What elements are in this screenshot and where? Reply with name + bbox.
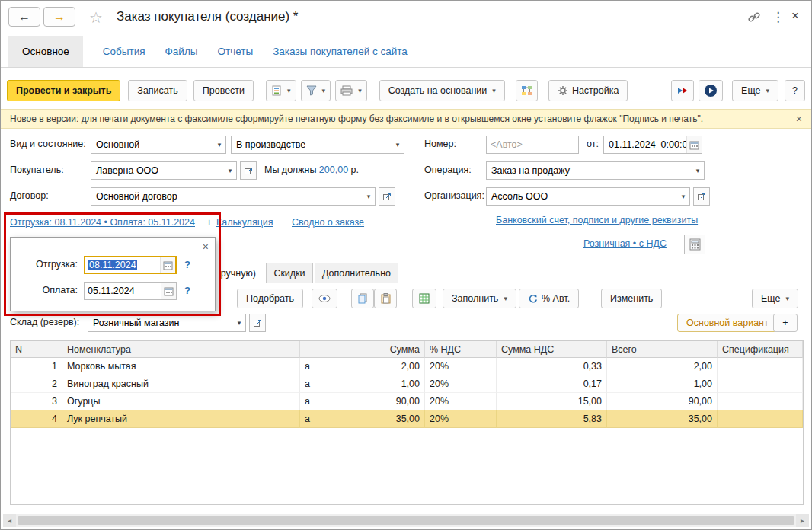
number-input[interactable] bbox=[486, 136, 579, 154]
horizontal-scrollbar[interactable]: ◂ ▸ bbox=[3, 514, 809, 527]
contract-open-button[interactable] bbox=[379, 187, 395, 206]
organization-combo[interactable]: Ассоль ООО ▾ bbox=[486, 187, 690, 206]
calculation-link[interactable]: Калькуляция bbox=[216, 217, 273, 228]
cell-specification[interactable] bbox=[718, 393, 803, 410]
bank-details-link[interactable]: Банковский счет, подписи и другие реквиз… bbox=[496, 215, 698, 225]
filter-button[interactable]: ▾ bbox=[301, 80, 331, 101]
cell-hidden[interactable]: а bbox=[300, 410, 315, 428]
items-more-button[interactable]: Еще ▾ bbox=[752, 289, 798, 308]
cell-specification[interactable] bbox=[718, 358, 803, 375]
cell-n[interactable]: 4 bbox=[11, 410, 62, 428]
copy-link-icon[interactable] bbox=[747, 11, 761, 24]
related-documents-button[interactable] bbox=[516, 80, 538, 101]
warehouse-combo[interactable]: Розничный магазин ▾ bbox=[88, 314, 246, 332]
auto-percent-button[interactable]: % Авт. bbox=[519, 289, 579, 308]
cell-vat-percent[interactable]: 20% bbox=[425, 410, 497, 428]
cell-n[interactable]: 1 bbox=[11, 358, 62, 375]
popup-close-icon[interactable]: × bbox=[203, 241, 209, 253]
settings-button[interactable]: Настройка bbox=[548, 80, 628, 101]
chevron-down-icon[interactable]: ▾ bbox=[363, 193, 375, 200]
contract-combo[interactable]: Основной договор ▾ bbox=[91, 187, 376, 206]
forward-button[interactable]: → bbox=[43, 7, 75, 27]
main-variant-button[interactable]: Основной вариант bbox=[677, 314, 778, 332]
save-button[interactable]: Записать bbox=[128, 80, 187, 101]
state-combo[interactable]: В производстве ▾ bbox=[231, 136, 404, 154]
post-button[interactable]: Провести bbox=[193, 80, 254, 101]
chevron-down-icon[interactable]: ▾ bbox=[213, 141, 225, 148]
more-button[interactable]: Еще ▾ bbox=[732, 80, 778, 101]
help-button[interactable]: ? bbox=[785, 80, 805, 101]
calendar-icon[interactable] bbox=[686, 136, 702, 153]
chevron-down-icon[interactable]: ▾ bbox=[492, 87, 496, 94]
section-reports[interactable]: Отчеты bbox=[218, 36, 254, 67]
cell-vat-amount[interactable]: 5,83 bbox=[497, 410, 607, 428]
create-based-on-button[interactable]: Создать на основании ▾ bbox=[379, 80, 505, 101]
chevron-down-icon[interactable]: ▾ bbox=[233, 319, 245, 327]
chevron-down-icon[interactable]: ▾ bbox=[504, 295, 507, 302]
fill-button[interactable]: Заполнить ▾ bbox=[443, 289, 516, 308]
cell-amount[interactable]: 1,00 bbox=[315, 375, 425, 393]
cell-specification[interactable] bbox=[718, 375, 803, 393]
copy-rows-button[interactable] bbox=[351, 289, 374, 308]
view-button[interactable] bbox=[312, 289, 337, 308]
chevron-down-icon[interactable]: ▾ bbox=[677, 193, 689, 200]
calendar-icon[interactable] bbox=[160, 257, 175, 273]
cell-nomenclature[interactable]: Виноград красный bbox=[62, 375, 300, 393]
chevron-down-icon[interactable]: ▾ bbox=[358, 87, 362, 94]
debt-amount-link[interactable]: 200,00 bbox=[319, 164, 348, 175]
cell-total[interactable]: 35,00 bbox=[607, 410, 718, 428]
add-variant-button[interactable]: + bbox=[773, 314, 798, 332]
chevron-down-icon[interactable]: ▾ bbox=[392, 141, 404, 148]
paste-rows-button[interactable] bbox=[374, 289, 397, 308]
shipment-payment-link[interactable]: Отгрузка: 08.11.2024 • Оплата: 05.11.202… bbox=[10, 217, 195, 228]
scroll-left-icon[interactable]: ◂ bbox=[3, 514, 16, 527]
section-events[interactable]: События bbox=[103, 36, 145, 67]
cell-nomenclature[interactable]: Морковь мытая bbox=[62, 358, 300, 375]
cell-total[interactable]: 90,00 bbox=[607, 393, 718, 410]
cell-hidden[interactable]: а bbox=[300, 375, 315, 393]
pick-items-button[interactable]: Подобрать bbox=[237, 289, 303, 308]
cell-amount[interactable]: 90,00 bbox=[315, 393, 425, 410]
cell-specification[interactable] bbox=[718, 410, 803, 428]
chevron-down-icon[interactable]: ▾ bbox=[224, 167, 236, 174]
cell-n[interactable]: 2 bbox=[11, 375, 62, 393]
scroll-right-icon[interactable]: ▸ bbox=[796, 514, 809, 527]
chevron-down-icon[interactable]: ▾ bbox=[766, 87, 770, 94]
cell-amount[interactable]: 35,00 bbox=[315, 410, 425, 428]
price-kind-link[interactable]: Розничная • с НДС bbox=[583, 238, 667, 249]
business-network-button[interactable] bbox=[671, 80, 694, 101]
cell-hidden[interactable]: а bbox=[300, 358, 315, 375]
cell-vat-percent[interactable]: 20% bbox=[425, 393, 497, 410]
order-summary-link[interactable]: Сводно о заказе bbox=[292, 217, 364, 228]
cell-vat-amount[interactable]: 0,17 bbox=[497, 375, 607, 393]
print-button[interactable]: ▾ bbox=[335, 80, 367, 101]
price-calc-button[interactable] bbox=[684, 235, 705, 254]
notice-close-icon[interactable]: × bbox=[796, 113, 802, 125]
favorite-star-icon[interactable]: ☆ bbox=[89, 8, 103, 27]
warehouse-open-button[interactable] bbox=[249, 314, 266, 332]
buyer-combo[interactable]: Лаверна ООО ▾ bbox=[91, 161, 237, 180]
chevron-down-icon[interactable]: ▾ bbox=[322, 87, 326, 94]
post-and-close-button[interactable]: Провести и закрыть bbox=[7, 80, 120, 101]
kebab-menu-icon[interactable]: ⋮ bbox=[772, 9, 785, 25]
kind-combo[interactable]: Основной ▾ bbox=[91, 136, 226, 154]
operation-combo[interactable]: Заказ на продажу ▾ bbox=[486, 161, 705, 180]
chevron-down-icon[interactable]: ▾ bbox=[287, 87, 291, 94]
buyer-open-button[interactable] bbox=[240, 161, 257, 180]
cell-total[interactable]: 1,00 bbox=[607, 375, 718, 393]
cell-amount[interactable]: 2,00 bbox=[315, 358, 425, 375]
spreadsheet-button[interactable] bbox=[412, 289, 436, 308]
popup-payment-input[interactable]: 05.11.2024 bbox=[84, 282, 177, 300]
cell-total[interactable]: 2,00 bbox=[607, 358, 718, 375]
chevron-down-icon[interactable]: ▾ bbox=[692, 167, 704, 174]
cell-nomenclature[interactable]: Огурцы bbox=[62, 393, 300, 410]
back-button[interactable]: ← bbox=[8, 7, 40, 27]
calendar-icon[interactable] bbox=[161, 283, 176, 299]
popup-payment-help-link[interactable]: ? bbox=[184, 285, 190, 296]
chevron-down-icon[interactable]: ▾ bbox=[785, 295, 789, 302]
cell-vat-percent[interactable]: 20% bbox=[425, 375, 497, 393]
edit-button[interactable]: Изменить bbox=[601, 289, 662, 308]
cell-nomenclature[interactable]: Лук репчатый bbox=[62, 410, 300, 428]
tab-additional[interactable]: Дополнительно bbox=[315, 263, 398, 283]
section-site-orders[interactable]: Заказы покупателей с сайта bbox=[273, 36, 408, 67]
